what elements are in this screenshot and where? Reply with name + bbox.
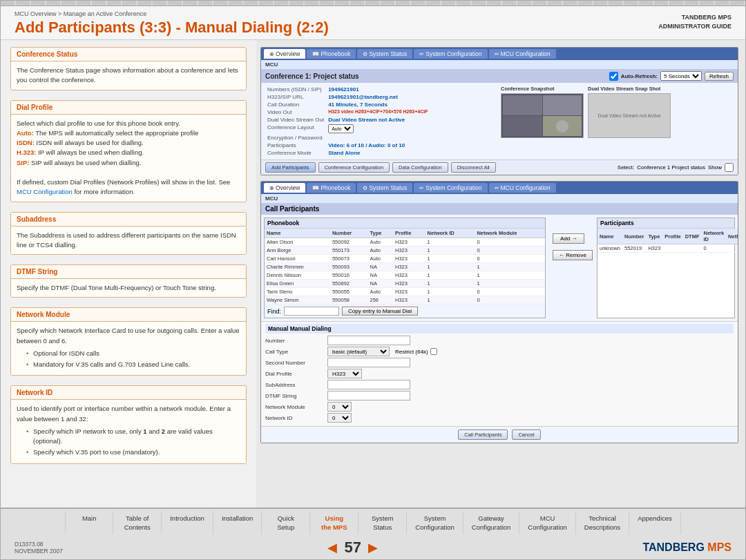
nav-tab-quick[interactable]: QuickSetup bbox=[262, 512, 310, 534]
conf-title: Conference 1: Project status bbox=[265, 73, 359, 80]
netmod-label: Network Module bbox=[265, 404, 327, 410]
pb-row[interactable]: Carl Hanson550073AutoH32310 bbox=[265, 255, 545, 263]
mcu-icon: ✏ bbox=[495, 51, 499, 57]
conf-tab-sys-status[interactable]: ⚙ System Status bbox=[357, 49, 412, 59]
calltype-select[interactable]: basic (default) H323 SIP bbox=[327, 347, 390, 356]
data-config-btn[interactable]: Data Configuration bbox=[392, 162, 448, 173]
refresh-button[interactable]: Refresh bbox=[705, 72, 734, 81]
form-row-netmod: Network Module 0123 bbox=[265, 402, 437, 412]
nav-tab-install[interactable]: Installation bbox=[213, 512, 262, 534]
copy-to-manual-btn[interactable]: Copy entry to Manual Dial bbox=[342, 307, 418, 316]
conf-snapshot-area: Conference Snapshot bbox=[501, 86, 734, 157]
call-tab-overview[interactable]: ⊕ Overview bbox=[264, 183, 305, 193]
nav-tab-using[interactable]: Usingthe MPS bbox=[310, 512, 358, 534]
nav-tab-sys-config[interactable]: SystemConfiguration bbox=[407, 512, 463, 534]
nav-tab-mcu-config[interactable]: MCUConfiguration bbox=[519, 512, 576, 534]
snapshot-label: Conference Snapshot bbox=[501, 86, 584, 92]
conf-tab-overview[interactable]: ⊕ Overview bbox=[264, 49, 305, 59]
nav-tab-tech[interactable]: TechnicalDescriptions bbox=[576, 512, 629, 534]
restrict-label: Restrict (64k) bbox=[395, 349, 428, 355]
call-tab-mcu-config[interactable]: ✏ MCU Configuration bbox=[489, 183, 556, 193]
pb-col-netid: Network ID bbox=[425, 229, 475, 238]
sidebar-section-netid: Network ID Used to identify port or inte… bbox=[10, 385, 247, 463]
nav-tab-sys-status[interactable]: SystemStatus bbox=[358, 512, 407, 534]
pb-row[interactable]: Allan Olson550092AutoH32310 bbox=[265, 238, 545, 247]
second-number-input[interactable] bbox=[327, 358, 410, 367]
conf-title-bar: Conference 1: Project status Auto-Refres… bbox=[261, 69, 738, 83]
auto-refresh: Auto-Refresh: 5 Seconds Refresh bbox=[609, 71, 734, 81]
nav-tab-intro[interactable]: Introduction bbox=[162, 512, 213, 534]
pt-row[interactable]: unknown552019H3230 bbox=[597, 244, 738, 253]
pb-row[interactable]: Ann Borge550173AutoH32310 bbox=[265, 247, 545, 255]
tandberg-logo: TANDBERG MPS bbox=[642, 541, 731, 554]
call-tab-sys-status[interactable]: ⚙ System Status bbox=[357, 183, 412, 193]
sidebar-section-body-sub: The Subaddress is used to address differ… bbox=[11, 226, 246, 255]
right-content: ⊕ Overview 📖 Phonebook ⚙ System Status ✏… bbox=[256, 40, 745, 508]
number-input[interactable] bbox=[327, 336, 410, 345]
pb-row[interactable]: Charlie Rimmen550093NAH32311 bbox=[265, 263, 545, 271]
nav-tab-appendices[interactable]: Appendices bbox=[629, 512, 681, 534]
bottom-bar: D13373.08 NOVEMBER 2007 ◀ 57 ▶ TANDBERG … bbox=[1, 537, 745, 558]
find-row: Find: Copy entry to Manual Dial bbox=[265, 305, 545, 318]
sidebar-section-title-sub: Subaddress bbox=[11, 213, 246, 226]
conf-tab-mcu-config[interactable]: ✏ MCU Configuration bbox=[489, 49, 556, 59]
nav-tab-toc[interactable]: Table ofContents bbox=[113, 512, 162, 534]
form-row-dtmf: DTMF String bbox=[265, 391, 437, 400]
call-nav-bar: ⊕ Overview 📖 Phonebook ⚙ System Status ✏… bbox=[261, 182, 738, 194]
conf-tab-sys-config[interactable]: ✏ System Configuration bbox=[414, 49, 487, 59]
dtmf-input[interactable] bbox=[327, 391, 410, 400]
participants-table: Name Number Type Profile DTMF Network ID… bbox=[597, 229, 738, 253]
call-content: Phonebook Name Number Type Profile Netwo… bbox=[261, 215, 738, 443]
logo-suffix: MPS bbox=[705, 541, 731, 553]
next-page-btn[interactable]: ▶ bbox=[368, 541, 378, 554]
breadcrumb: MCU Overview > Manage an Active Conferen… bbox=[15, 10, 329, 17]
show-checkbox[interactable] bbox=[725, 163, 734, 172]
nav-tab-gateway[interactable]: GatewayConfiguration bbox=[463, 512, 520, 534]
disconnect-all-btn[interactable]: Disconnect All bbox=[451, 162, 496, 173]
page-nav: ◀ 57 ▶ bbox=[327, 539, 377, 557]
form-row-subaddress: SubAddress bbox=[265, 380, 437, 389]
refresh-interval-select[interactable]: 5 Seconds bbox=[660, 71, 702, 81]
layout-select[interactable]: Auto bbox=[328, 124, 354, 133]
nav-tab-main[interactable]: Main bbox=[65, 512, 113, 534]
sidebar-section-conf-status: Conference Status The Conference Status … bbox=[10, 47, 247, 90]
phonebook-table: Name Number Type Profile Network ID Netw… bbox=[265, 229, 545, 305]
pb-col-netmod: Network Module bbox=[475, 229, 545, 238]
main-content: Conference Status The Conference Status … bbox=[1, 40, 745, 508]
cancel-btn[interactable]: Cancel bbox=[512, 429, 540, 440]
form-row-number: Number bbox=[265, 336, 437, 345]
page-title: Add Participants (3:3) - Manual Dialing … bbox=[15, 19, 329, 37]
gear-icon: ⚙ bbox=[363, 51, 367, 57]
pt-col-name: Name bbox=[597, 229, 622, 244]
find-input[interactable] bbox=[284, 307, 339, 316]
dial-profile-select[interactable]: H323 Auto SIP bbox=[327, 369, 362, 378]
dial-profile-label: Dial Profile bbox=[265, 371, 327, 377]
restrict-checkbox[interactable] bbox=[430, 348, 437, 355]
add-participant-btn[interactable]: Add → bbox=[553, 233, 584, 244]
auto-refresh-checkbox[interactable] bbox=[609, 72, 618, 81]
bottom-nav: Main Table ofContents Introduction Insta… bbox=[1, 508, 745, 559]
prev-page-btn[interactable]: ◀ bbox=[327, 541, 337, 554]
remove-participant-btn[interactable]: ← Remove bbox=[553, 250, 593, 260]
pb-row[interactable]: Dennis Nilsson550016NAH32311 bbox=[265, 271, 545, 280]
phonebook-header: Phonebook bbox=[265, 218, 545, 229]
pb-row[interactable]: Tami Steno550055AutoH32310 bbox=[265, 288, 545, 296]
conf-config-btn[interactable]: Conference Configuration bbox=[318, 162, 390, 173]
subaddress-input[interactable] bbox=[327, 380, 410, 389]
netmod-select[interactable]: 0123 bbox=[327, 402, 352, 412]
conf-mcu-label: MCU bbox=[261, 60, 738, 69]
call-tab-sys-config[interactable]: ✏ System Configuration bbox=[414, 183, 487, 193]
participants-container: Participants Name Number Type Profile DT… bbox=[597, 218, 735, 318]
pb-row[interactable]: Elisa Green550892NAH32311 bbox=[265, 280, 545, 288]
doc-number: D13373.08 bbox=[15, 541, 63, 548]
call-tab-phonebook[interactable]: 📖 Phonebook bbox=[307, 183, 356, 193]
add-participants-btn[interactable]: Add Participants bbox=[265, 162, 316, 173]
sidebar-section-body-netmod: Specify which Network Interface Card to … bbox=[11, 322, 246, 375]
call-participants-btn[interactable]: Call Participants bbox=[458, 429, 508, 440]
netid-select[interactable]: 012 bbox=[327, 413, 352, 423]
pb-row[interactable]: Wayne Simon550058256H32310 bbox=[265, 296, 545, 305]
form-row-netid: Network ID 012 bbox=[265, 413, 437, 423]
conf-tab-phonebook[interactable]: 📖 Phonebook bbox=[307, 49, 356, 59]
sidebar: Conference Status The Conference Status … bbox=[1, 40, 256, 508]
number-label: Number bbox=[265, 338, 327, 344]
